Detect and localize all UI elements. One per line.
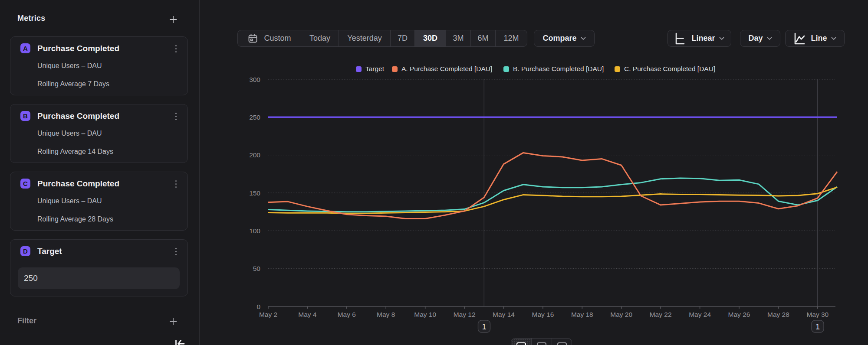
svg-text:May 18: May 18 [571,311,593,318]
svg-text:May 10: May 10 [414,311,436,318]
svg-text:200: 200 [249,151,260,159]
svg-text:May 20: May 20 [610,311,632,318]
svg-text:May 16: May 16 [532,311,554,318]
svg-text:May 12: May 12 [454,311,476,318]
svg-text:May 26: May 26 [728,311,750,318]
svg-text:May 8: May 8 [377,311,395,318]
svg-text:May 30: May 30 [806,311,829,318]
svg-text:50: 50 [253,265,261,272]
svg-text:May 28: May 28 [767,311,789,318]
svg-text:300: 300 [249,76,260,83]
svg-text:May 22: May 22 [650,311,672,318]
svg-text:150: 150 [249,189,260,197]
svg-text:0: 0 [256,303,260,310]
svg-text:1: 1 [482,322,487,331]
svg-text:May 24: May 24 [689,311,711,318]
svg-text:250: 250 [249,114,260,121]
svg-text:May 4: May 4 [298,311,317,318]
svg-text:May 2: May 2 [259,311,277,318]
svg-text:100: 100 [249,227,260,234]
svg-text:May 14: May 14 [493,311,515,318]
svg-text:1: 1 [815,322,820,331]
svg-text:May 6: May 6 [338,311,356,318]
